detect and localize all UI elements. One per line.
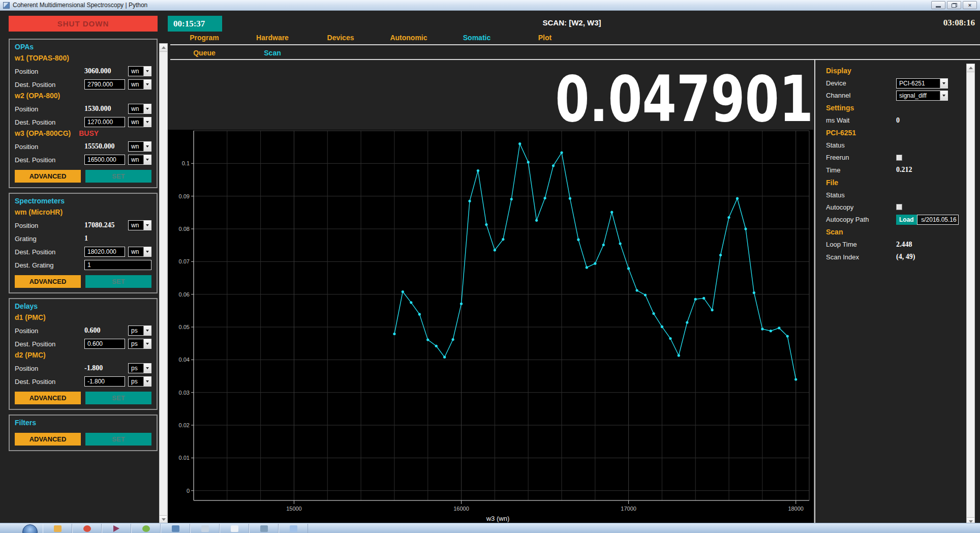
- dropdown-button[interactable]: [143, 364, 151, 373]
- advanced-button[interactable]: ADVANCED: [15, 275, 81, 288]
- parameter-row: Position1530.000wn: [15, 102, 151, 115]
- scroll-up-button[interactable]: [967, 64, 974, 72]
- dropdown-button[interactable]: [143, 377, 151, 386]
- parameter-value: 1530.000: [84, 105, 125, 113]
- advanced-button[interactable]: ADVANCED: [15, 170, 81, 183]
- units-dropdown[interactable]: wn: [128, 66, 151, 76]
- panel-label: Scan Index: [826, 253, 896, 261]
- parameter-input[interactable]: [84, 79, 125, 90]
- dropdown-button[interactable]: [143, 104, 151, 113]
- device-dropdown[interactable]: signal_diff: [896, 91, 948, 101]
- taskbar-item[interactable]: [131, 524, 161, 533]
- set-button[interactable]: SET: [85, 275, 151, 288]
- system-clock: 03:08:16: [943, 18, 975, 28]
- units-dropdown[interactable]: wn: [128, 104, 151, 114]
- dropdown-button[interactable]: [143, 67, 151, 76]
- device-dropdown[interactable]: PCI-6251: [896, 78, 948, 88]
- tab-autonomic[interactable]: Autonomic: [375, 34, 443, 42]
- parameter-input[interactable]: [84, 117, 125, 127]
- restore-button[interactable]: [947, 1, 961, 9]
- taskbar-item[interactable]: [249, 524, 279, 533]
- units-dropdown[interactable]: wn: [128, 79, 151, 90]
- scroll-down-button[interactable]: [160, 515, 167, 523]
- scan-plot: 00.010.020.030.040.050.060.070.080.090.1…: [167, 130, 813, 525]
- panel-value: 0.212: [896, 166, 912, 174]
- panel-row: Loop Time2.448: [826, 238, 962, 250]
- taskbar-item[interactable]: [279, 524, 308, 533]
- tab-queue[interactable]: Queue: [170, 49, 238, 57]
- panel-value: (4, 49): [896, 253, 915, 261]
- data-point: [702, 297, 705, 300]
- checkbox[interactable]: [896, 204, 902, 210]
- units-dropdown-value: wn: [129, 247, 143, 256]
- dropdown-button[interactable]: [143, 247, 151, 256]
- parameter-input[interactable]: [84, 376, 125, 387]
- parameter-input[interactable]: [84, 155, 125, 165]
- dropdown-button[interactable]: [940, 91, 947, 100]
- arrow-up-icon: [969, 67, 973, 69]
- parameter-value: -1.800: [84, 364, 125, 372]
- advanced-button[interactable]: ADVANCED: [15, 392, 81, 404]
- dropdown-button[interactable]: [940, 79, 947, 88]
- parameter-input[interactable]: [84, 260, 151, 270]
- start-button[interactable]: [22, 524, 38, 533]
- units-dropdown[interactable]: wn: [128, 117, 151, 127]
- panel-row: Status: [826, 139, 962, 151]
- units-dropdown[interactable]: wn: [128, 220, 151, 230]
- autocopy-path-input[interactable]: [917, 215, 959, 225]
- data-point: [627, 267, 630, 270]
- set-button[interactable]: SET: [85, 170, 151, 183]
- parameter-input[interactable]: [84, 247, 125, 257]
- shutdown-button[interactable]: SHUT DOWN: [9, 16, 158, 32]
- dropdown-button[interactable]: [143, 80, 151, 89]
- panel-row: DevicePCI-6251: [826, 77, 962, 89]
- units-dropdown[interactable]: ps: [128, 325, 151, 336]
- dropdown-button[interactable]: [143, 221, 151, 230]
- minimize-button[interactable]: [931, 1, 945, 9]
- parameter-row: Dest. Grating: [15, 258, 151, 272]
- tab-scan[interactable]: Scan: [238, 49, 307, 57]
- units-dropdown[interactable]: ps: [128, 339, 151, 349]
- data-point: [435, 345, 438, 347]
- data-point: [586, 266, 588, 269]
- tab-somatic[interactable]: Somatic: [443, 34, 511, 42]
- chevron-down-icon: [146, 343, 149, 345]
- taskbar-item[interactable]: [190, 524, 220, 533]
- dropdown-button[interactable]: [143, 155, 151, 164]
- units-dropdown[interactable]: wn: [128, 141, 151, 152]
- y-tick-label: 0.02: [179, 422, 190, 428]
- tab-program[interactable]: Program: [170, 34, 238, 42]
- units-dropdown[interactable]: wn: [128, 247, 151, 257]
- dropdown-button[interactable]: [143, 326, 151, 335]
- taskbar-item[interactable]: [220, 524, 249, 533]
- close-button[interactable]: ×: [963, 1, 977, 9]
- panel-scrollbar[interactable]: [966, 64, 975, 526]
- advanced-button[interactable]: ADVANCED: [15, 433, 81, 446]
- tab-plot[interactable]: Plot: [511, 34, 579, 42]
- taskbar-item[interactable]: [43, 524, 72, 533]
- parameter-input[interactable]: [84, 339, 125, 349]
- checkbox[interactable]: [896, 155, 902, 161]
- tab-hardware[interactable]: Hardware: [238, 34, 307, 42]
- units-dropdown[interactable]: wn: [128, 155, 151, 165]
- parameter-label: Position: [15, 222, 84, 229]
- set-button[interactable]: SET: [85, 392, 151, 404]
- set-button[interactable]: SET: [85, 433, 151, 446]
- chevron-down-icon: [146, 145, 149, 147]
- units-dropdown[interactable]: ps: [128, 376, 151, 387]
- parameter-row: Dest. Positionwn: [15, 78, 151, 91]
- units-dropdown[interactable]: ps: [128, 363, 151, 373]
- dropdown-button[interactable]: [143, 339, 151, 348]
- taskbar-item[interactable]: [72, 524, 102, 533]
- taskbar-item[interactable]: [102, 524, 131, 533]
- data-point: [510, 198, 513, 200]
- dropdown-button[interactable]: [143, 117, 151, 127]
- scroll-up-button[interactable]: [160, 44, 167, 52]
- section-title: Delays: [15, 302, 151, 313]
- y-tick-label: 0.04: [179, 357, 190, 363]
- load-button[interactable]: Load: [896, 215, 917, 225]
- data-point: [669, 337, 671, 340]
- taskbar-item[interactable]: [161, 524, 190, 533]
- tab-devices[interactable]: Devices: [307, 34, 375, 42]
- dropdown-button[interactable]: [143, 142, 151, 151]
